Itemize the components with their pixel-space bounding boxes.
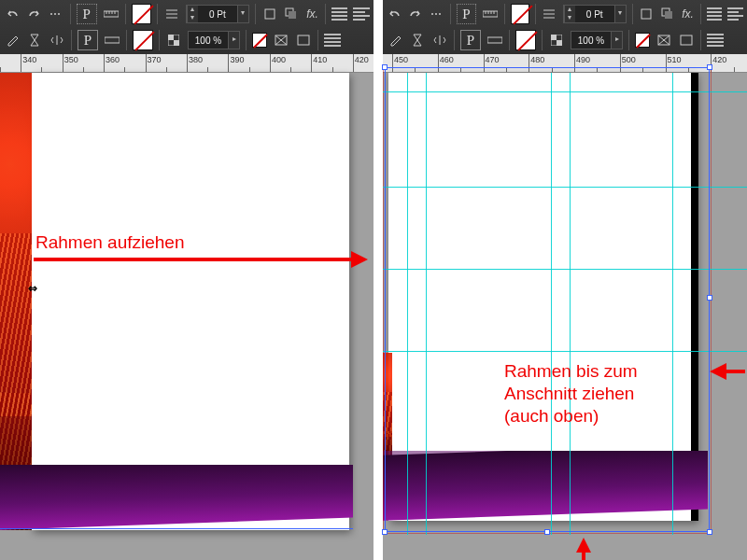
canvas-left[interactable]: Rahmen aufziehen ⇔ <box>0 73 374 560</box>
frame-fit-icon[interactable] <box>273 32 289 49</box>
opacity-input[interactable] <box>189 35 228 46</box>
separator <box>125 4 126 24</box>
corner-square-icon[interactable] <box>639 6 655 22</box>
frame-fit2-icon[interactable] <box>295 32 312 49</box>
dashed-icon[interactable] <box>48 6 64 22</box>
hourglass-icon[interactable] <box>26 32 43 49</box>
redo-icon[interactable] <box>408 6 424 22</box>
selection-handle[interactable] <box>707 529 712 535</box>
separator <box>70 4 71 24</box>
dropdown-icon[interactable]: ▾ <box>614 6 626 22</box>
dropshadow-icon[interactable] <box>659 6 675 22</box>
ruler-tick-label: 390 <box>230 55 244 64</box>
svg-rect-1 <box>265 9 275 19</box>
redo-icon[interactable] <box>26 6 43 22</box>
photo-edge <box>0 73 32 530</box>
ruler-tick-label: 380 <box>189 55 203 64</box>
ruler-tick-label: 460 <box>440 55 454 64</box>
canvas-right[interactable]: Rahmen bis zum Anschnitt ziehen (auch ob… <box>383 73 747 560</box>
small-none-swatch[interactable] <box>252 33 267 48</box>
fill-none-swatch[interactable] <box>511 4 529 24</box>
opacity-field[interactable]: ▸ <box>571 31 623 49</box>
char-style-icon-2[interactable]: P <box>78 30 98 50</box>
char-style-icon[interactable]: P <box>77 4 97 24</box>
corner-square-icon[interactable] <box>261 6 278 22</box>
svg-rect-0 <box>104 11 119 17</box>
stroke-weight-field[interactable]: ▴▾ ▾ <box>186 5 249 23</box>
separator <box>542 30 543 50</box>
ruler-tick-label: 450 <box>394 55 408 64</box>
paragraph-align2-icon[interactable] <box>727 7 743 21</box>
stroke-none-swatch[interactable] <box>515 30 536 50</box>
frame-fit-icon[interactable] <box>655 32 672 49</box>
ruler-mini-icon[interactable] <box>103 6 120 22</box>
char-style-icon[interactable]: P <box>457 4 475 24</box>
toolbar-row-2: P ▸ <box>4 28 370 52</box>
separator <box>450 4 451 24</box>
ruler-tick-label: 410 <box>313 55 327 64</box>
ruler-tick-label: 470 <box>486 55 500 64</box>
selection-handle[interactable] <box>544 529 550 535</box>
ruler-mini-icon-2[interactable] <box>486 32 503 49</box>
frame-fit2-icon[interactable] <box>678 32 695 49</box>
separator <box>246 30 247 50</box>
dropdown-icon[interactable]: ▸ <box>611 32 622 49</box>
separator <box>632 4 633 24</box>
hourglass-icon[interactable] <box>409 32 426 49</box>
fill-none-swatch[interactable] <box>132 4 152 24</box>
char-style-icon-2[interactable]: P <box>460 30 481 50</box>
ruler-mini-icon-2[interactable] <box>104 32 120 49</box>
purple-band <box>0 465 353 530</box>
undo-icon[interactable] <box>387 6 402 22</box>
opacity-field[interactable]: ▸ <box>188 31 240 49</box>
stroke-weight-input[interactable] <box>575 9 614 20</box>
spinner[interactable]: ▴▾ <box>564 6 575 22</box>
mirror-icon[interactable] <box>49 32 65 49</box>
spinner[interactable]: ▴▾ <box>187 6 198 22</box>
paragraph-align-icon[interactable] <box>331 7 348 21</box>
paragraph-align3-icon[interactable] <box>324 34 341 47</box>
undo-icon[interactable] <box>4 6 21 22</box>
selected-frame[interactable] <box>385 67 710 532</box>
selection-handle[interactable] <box>382 529 388 535</box>
stroke-weight-input[interactable] <box>198 9 237 20</box>
svg-rect-3 <box>289 11 296 19</box>
dropper-icon[interactable] <box>387 32 403 49</box>
small-none-swatch[interactable] <box>635 33 650 48</box>
ruler-mini-icon[interactable] <box>482 6 499 22</box>
selection-handle[interactable] <box>707 295 712 301</box>
selection-handle[interactable] <box>707 64 712 70</box>
fx-label[interactable]: fx. <box>305 6 319 22</box>
separator <box>317 30 318 50</box>
dropshadow-icon[interactable] <box>283 6 300 22</box>
stroke-weight-field[interactable]: ▴▾ ▾ <box>563 5 627 23</box>
opacity-input[interactable] <box>571 35 611 46</box>
editor-panel-left: P ▴▾ ▾ fx. <box>0 0 374 560</box>
horizontal-ruler-left[interactable]: 340350360370380390400410420 <box>0 54 374 73</box>
fx-label[interactable]: fx. <box>681 6 695 22</box>
toolbar: P ▴▾ ▾ fx. P <box>383 0 747 54</box>
dropdown-icon[interactable]: ▸ <box>228 32 239 49</box>
selection-handle[interactable] <box>382 64 388 70</box>
toolbar-row-2: P ▸ <box>387 28 743 52</box>
paragraph-align3-icon[interactable] <box>707 34 724 47</box>
resize-cursor-icon: ⇔ <box>28 282 37 295</box>
mirror-icon[interactable] <box>431 32 448 49</box>
stroke-none-swatch[interactable] <box>133 30 153 50</box>
stroke-weight-icon <box>542 6 557 22</box>
dropdown-icon[interactable]: ▾ <box>237 6 248 22</box>
document-page[interactable] <box>32 73 349 530</box>
separator <box>255 4 256 24</box>
annotation-arrowhead-left <box>351 251 368 268</box>
paragraph-align-icon[interactable] <box>707 7 723 21</box>
paragraph-align2-icon[interactable] <box>353 7 370 21</box>
ruler-tick-label: 500 <box>622 55 636 64</box>
annotation-arrowhead-right-h <box>710 363 726 380</box>
stroke-weight-icon <box>163 6 180 22</box>
toolbar-row-1: P ▴▾ ▾ fx. <box>4 2 370 26</box>
dropper-icon[interactable] <box>4 32 21 49</box>
svg-rect-4 <box>105 37 120 43</box>
svg-rect-17 <box>557 40 562 46</box>
dashed-icon[interactable] <box>430 6 445 22</box>
annotation-arrowhead-right-v <box>576 538 591 553</box>
